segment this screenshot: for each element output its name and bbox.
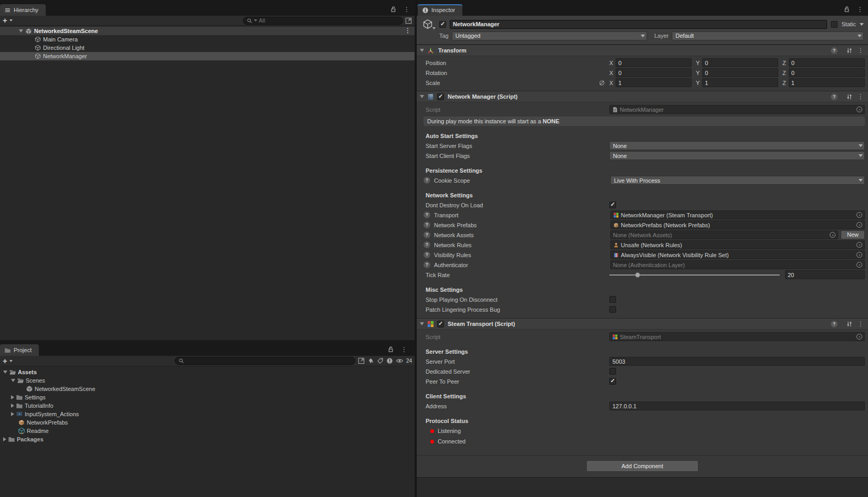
authenticator-object-field[interactable]: None (Authentication Layer) [610,260,865,269]
project-item-packages[interactable]: Packages [0,435,415,443]
project-item-settings[interactable]: Settings [0,393,415,401]
project-item-networkedsteamscene[interactable]: NetworkedSteamScene [0,385,415,393]
help-icon[interactable] [831,93,838,100]
cookie-scope-dropdown[interactable]: Live With Process [610,176,865,185]
help-icon[interactable] [424,241,430,248]
scale-y-field[interactable] [702,78,778,87]
object-picker-icon[interactable] [856,212,862,218]
panel-menu-icon[interactable] [404,7,410,12]
address-field[interactable] [609,401,865,410]
layer-dropdown[interactable]: Default [672,31,864,40]
create-button[interactable] [3,17,7,24]
constrain-proportions-icon[interactable] [599,80,605,86]
lock-icon[interactable] [390,6,397,13]
open-search-window-icon[interactable] [405,17,412,24]
foldout-open-icon[interactable] [420,49,424,52]
component-menu-icon[interactable] [858,321,864,326]
peer-to-peer-checkbox[interactable] [609,378,616,385]
steam-transport-header[interactable]: Steam Transport (Script) [417,318,868,330]
create-asset-button[interactable] [3,357,7,365]
position-x-field[interactable] [616,58,692,67]
server-port-field[interactable] [609,357,865,366]
hierarchy-item-directional-light[interactable]: Directional Light [0,44,415,52]
hierarchy-search-field[interactable] [243,17,403,25]
transform-header[interactable]: Transform [417,45,868,56]
foldout-closed-icon[interactable] [11,404,14,408]
object-picker-icon[interactable] [856,242,862,248]
foldout-open-icon[interactable] [11,379,15,382]
dont-destroy-checkbox[interactable] [609,202,616,208]
visibility-rules-object-field[interactable]: AlwaysVisible (Network Visibility Rule S… [610,250,865,259]
static-dropdown-icon[interactable] [860,23,864,26]
presets-icon[interactable] [846,47,853,54]
hierarchy-item-main-camera[interactable]: Main Camera [0,35,415,44]
panel-menu-icon[interactable] [401,347,407,352]
object-picker-icon[interactable] [856,222,862,228]
hierarchy-item-networkmanager[interactable]: NetworkManager [0,52,415,60]
help-icon[interactable] [424,231,430,238]
foldout-closed-icon[interactable] [11,412,14,416]
foldout-open-icon[interactable] [420,322,424,325]
project-item-readme[interactable]: Readme [0,427,415,435]
start-client-flags-dropdown[interactable]: None [609,151,865,160]
gameobject-name-field[interactable] [450,20,827,29]
network-prefabs-object-field[interactable]: NetworkPrefabs (Network Prefabs) [610,220,865,229]
help-icon[interactable] [424,221,430,228]
tick-rate-field[interactable] [785,270,865,279]
script-object-field[interactable]: SteamTransport [609,332,865,341]
presets-icon[interactable] [846,93,853,100]
component-menu-icon[interactable] [858,48,864,53]
component-enabled-checkbox[interactable] [437,93,444,100]
tag-dropdown[interactable]: Untagged [452,31,647,40]
help-icon[interactable] [424,177,430,184]
foldout-closed-icon[interactable] [3,437,6,441]
position-z-field[interactable] [789,58,865,67]
search-filter-dropdown-icon[interactable] [254,19,257,22]
panel-menu-icon[interactable] [857,7,863,12]
start-server-flags-dropdown[interactable]: None [609,141,865,150]
project-item-tutorialinfo[interactable]: TutorialInfo [0,401,415,410]
dedicated-server-checkbox[interactable] [609,368,616,375]
help-icon[interactable] [831,321,838,327]
gameobject-icon-button[interactable] [422,19,436,29]
hidden-packages-eye-icon[interactable] [396,358,404,364]
project-item-inputsystem-actions[interactable]: InputSystem_Actions [0,410,415,418]
new-button[interactable]: New [841,230,865,239]
static-checkbox[interactable] [831,21,838,28]
object-picker-icon[interactable] [856,252,862,258]
rotation-y-field[interactable] [702,68,778,77]
search-by-label-icon[interactable] [377,357,384,364]
search-by-type-icon[interactable] [367,357,374,364]
help-icon[interactable] [424,261,430,268]
tab-project[interactable]: Project [0,344,39,356]
add-component-button[interactable]: Add Component [586,460,698,472]
script-object-field[interactable]: NetworkManager [609,105,865,114]
tab-inspector[interactable]: Inspector [418,4,462,16]
gameobject-active-checkbox[interactable] [439,21,446,28]
object-picker-icon[interactable] [856,107,862,112]
hierarchy-search-input[interactable] [259,17,399,24]
scale-x-field[interactable] [616,78,692,87]
project-item-scenes[interactable]: Scenes [0,376,415,385]
patch-lingering-checkbox[interactable] [609,306,616,313]
foldout-open-icon[interactable] [19,29,23,33]
network-assets-object-field[interactable]: None (Network Assets) [610,230,838,239]
stop-playing-checkbox[interactable] [609,296,616,303]
component-menu-icon[interactable] [858,94,864,99]
open-search-window-icon[interactable] [358,357,365,364]
rotation-x-field[interactable] [616,68,692,77]
lock-icon[interactable] [843,6,850,13]
foldout-open-icon[interactable] [3,371,7,374]
help-icon[interactable] [424,251,430,258]
transport-object-field[interactable]: NetworkManager (Steam Transport) [610,210,865,219]
scale-z-field[interactable] [789,78,865,87]
create-asset-dropdown-icon[interactable] [9,360,13,362]
scene-row[interactable]: NetworkedSteamScene [0,27,415,35]
create-dropdown-icon[interactable] [9,19,13,22]
lock-icon[interactable] [387,346,394,353]
presets-icon[interactable] [846,321,853,327]
network-manager-header[interactable]: Network Manager (Script) [417,91,868,102]
object-picker-icon[interactable] [856,262,862,268]
object-picker-icon[interactable] [830,232,835,238]
project-search-input[interactable] [186,358,352,364]
